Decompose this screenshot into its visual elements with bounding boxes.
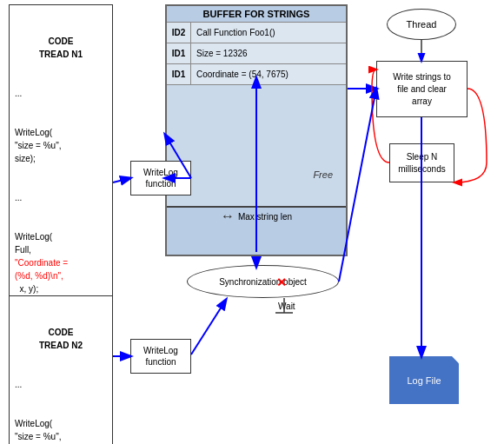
code-n1-line4: WriteLog( Full, "Coordinate = (%d, %d)\n…: [15, 230, 107, 295]
thread-ellipse: Thread: [387, 9, 456, 40]
write-strings-box: Write strings tofile and cleararray: [376, 61, 468, 117]
buffer-row-0: ID2 Call Function Foo1(): [167, 22, 346, 43]
max-string-label: Max string len: [238, 212, 292, 222]
sync-ellipse: Synchronization object: [187, 265, 339, 298]
buffer-row-id-2: ID1: [167, 64, 191, 84]
writelog1-label: WriteLogfunction: [143, 167, 178, 189]
thread-label: Thread: [407, 19, 437, 30]
code-n2-line1: ...: [15, 378, 107, 391]
buffer-box: BUFFER FOR STRINGS ID2 Call Function Foo…: [165, 4, 348, 256]
write-strings-label: Write strings tofile and cleararray: [393, 71, 451, 108]
sleep-box: Sleep Nmilliseconds: [389, 143, 454, 182]
sleep-label: Sleep Nmilliseconds: [398, 151, 445, 176]
svg-line-6: [191, 300, 226, 355]
buffer-row-content-0: Call Function Foo1(): [191, 28, 275, 37]
buffer-row-id-1: ID1: [167, 43, 191, 63]
code-n2-box: CODE TREAD N2 ... WriteLog( "size = %u",…: [9, 295, 113, 444]
logfile-box: Log File: [389, 356, 459, 404]
buffer-row-content-2: Coordinate = (54, 7675): [191, 70, 288, 79]
free-label: Free: [313, 169, 333, 180]
wait-label: Wait: [278, 302, 295, 311]
sync-label: Synchronization object: [219, 277, 307, 287]
code-n1-line1: ...: [15, 87, 107, 100]
writelog2-box: WriteLogfunction: [130, 339, 191, 374]
code-n2-title: CODE TREAD N2: [15, 326, 107, 352]
buffer-row-content-1: Size = 12326: [191, 49, 248, 58]
code-n1-red: "Coordinate = (%d, %d)\n",: [15, 258, 68, 281]
code-n2-line2: WriteLog( "size = %u", size);: [15, 417, 107, 444]
code-n1-line2: WriteLog( "size = %u", size);: [15, 126, 107, 165]
svg-line-2: [113, 178, 130, 182]
buffer-row-2: ID1 Coordinate = (54, 7675): [167, 63, 346, 84]
writelog2-label: WriteLogfunction: [143, 345, 178, 368]
logfile-label: Log File: [407, 375, 441, 386]
writelog1-box: WriteLogfunction: [130, 161, 191, 195]
code-n1-title: CODE TREAD N1: [15, 35, 107, 61]
buffer-title: BUFFER FOR STRINGS: [167, 6, 346, 22]
buffer-row-id-0: ID2: [167, 23, 191, 43]
buffer-row-1: ID1 Size = 12326: [167, 43, 346, 63]
code-n1-line3: ...: [15, 191, 107, 204]
